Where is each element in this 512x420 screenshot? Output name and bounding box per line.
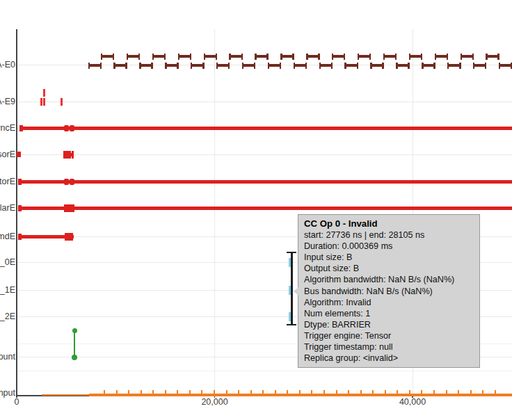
dma-ibeam-cap: [125, 63, 127, 69]
dma-ibeam-bar[interactable]: [461, 55, 472, 58]
event-burst-tick[interactable]: [72, 151, 74, 159]
input-event-marker[interactable]: [397, 390, 398, 394]
dma-ibeam-bar[interactable]: [269, 64, 280, 67]
dma-ibeam-bar[interactable]: [499, 64, 511, 67]
input-event-marker[interactable]: [189, 390, 191, 394]
sync-dumbbell-dot[interactable]: [72, 328, 77, 333]
event-tick[interactable]: [43, 89, 45, 97]
input-event-marker[interactable]: [201, 390, 202, 394]
event-tick[interactable]: [43, 98, 45, 106]
event-burst-tick[interactable]: [72, 204, 74, 212]
tooltip-line: Output size: B: [304, 263, 474, 274]
dma-ibeam-bar[interactable]: [230, 55, 241, 58]
input-event-marker[interactable]: [152, 390, 154, 394]
dma-ibeam-bar[interactable]: [371, 64, 383, 67]
input-event-marker[interactable]: [360, 390, 362, 394]
input-event-marker[interactable]: [287, 390, 288, 394]
dma-ibeam-cap: [101, 54, 102, 60]
dma-ibeam-bar[interactable]: [192, 64, 203, 67]
dma-ibeam-cap: [292, 54, 294, 60]
x-tick-label: 0: [0, 397, 45, 407]
event-tick[interactable]: [40, 98, 42, 106]
event-stub[interactable]: [17, 152, 21, 157]
dma-ibeam-bar[interactable]: [294, 64, 305, 67]
input-event-marker[interactable]: [226, 390, 227, 394]
dma-ibeam-bar[interactable]: [141, 64, 152, 67]
dma-ibeam-bar[interactable]: [449, 64, 460, 67]
dma-ibeam-bar[interactable]: [256, 55, 267, 58]
input-event-marker[interactable]: [385, 390, 386, 394]
input-event-marker[interactable]: [214, 390, 215, 394]
input-event-marker[interactable]: [409, 390, 410, 394]
sync-dumbbell-dot[interactable]: [72, 355, 77, 360]
row-label: yncE: [0, 122, 15, 134]
input-event-marker[interactable]: [177, 390, 178, 394]
input-event-marker[interactable]: [128, 390, 129, 394]
input-event-marker[interactable]: [348, 390, 349, 394]
input-event-marker[interactable]: [482, 390, 483, 394]
input-event-marker[interactable]: [299, 390, 301, 394]
input-event-marker[interactable]: [116, 390, 118, 394]
dma-ibeam-bar[interactable]: [218, 64, 229, 67]
dma-ibeam-bar[interactable]: [384, 55, 395, 58]
input-event-marker[interactable]: [470, 390, 472, 394]
dma-ibeam-cap: [204, 54, 205, 60]
input-event-marker[interactable]: [421, 390, 422, 394]
dma-ibeam-bar[interactable]: [397, 64, 408, 67]
event-line[interactable]: [18, 207, 512, 210]
input-event-marker[interactable]: [141, 390, 142, 394]
input-event-marker[interactable]: [250, 390, 252, 394]
dma-ibeam-bar[interactable]: [153, 55, 164, 58]
dma-ibeam-cap: [370, 63, 371, 69]
dma-ibeam-bar[interactable]: [166, 64, 177, 67]
input-event-marker[interactable]: [446, 390, 447, 394]
input-event-marker[interactable]: [458, 390, 459, 394]
event-blob[interactable]: [64, 125, 69, 131]
dma-ibeam-bar[interactable]: [346, 64, 357, 67]
dma-ibeam-bar[interactable]: [410, 55, 421, 58]
dma-ibeam-bar[interactable]: [307, 55, 319, 58]
input-event-marker[interactable]: [336, 390, 337, 394]
dma-ibeam-bar[interactable]: [474, 64, 485, 67]
h-gridline: [17, 371, 512, 371]
dma-ibeam-bar[interactable]: [127, 55, 138, 58]
dma-ibeam-cap: [473, 63, 474, 69]
event-blob[interactable]: [70, 125, 74, 131]
event-line[interactable]: [19, 127, 512, 130]
input-event-marker[interactable]: [323, 390, 325, 394]
dma-ibeam-cap: [395, 54, 397, 60]
dma-ibeam-bar[interactable]: [179, 55, 190, 58]
dma-ibeam-bar[interactable]: [243, 64, 254, 67]
dma-ibeam-bar[interactable]: [115, 64, 126, 67]
event-blob[interactable]: [64, 179, 69, 185]
dma-ibeam-bar[interactable]: [333, 55, 344, 58]
dma-ibeam-bar[interactable]: [487, 55, 498, 58]
event-line[interactable]: [18, 180, 512, 184]
dma-ibeam-bar[interactable]: [102, 55, 113, 58]
input-event-marker[interactable]: [104, 390, 105, 394]
input-event-marker[interactable]: [238, 390, 239, 394]
input-event-marker[interactable]: [495, 390, 496, 394]
input-event-marker[interactable]: [433, 390, 435, 394]
dma-ibeam-cap: [499, 63, 500, 69]
dma-ibeam-bar[interactable]: [435, 55, 447, 58]
dma-ibeam-bar[interactable]: [89, 64, 100, 67]
input-event-marker[interactable]: [262, 390, 264, 394]
dma-ibeam-bar[interactable]: [320, 64, 331, 67]
event-burst-tick[interactable]: [71, 233, 73, 241]
input-event-marker[interactable]: [275, 390, 276, 394]
event-tick[interactable]: [61, 98, 63, 106]
input-line-thin[interactable]: [42, 394, 89, 396]
dma-ibeam-bar[interactable]: [423, 64, 434, 67]
dma-ibeam-cap: [228, 63, 230, 69]
input-event-marker[interactable]: [165, 390, 166, 394]
tooltip-line: Trigger engine: Tensor: [304, 330, 474, 341]
dma-ibeam-bar[interactable]: [282, 55, 293, 58]
dma-ibeam-bar[interactable]: [358, 55, 369, 58]
event-blob[interactable]: [70, 179, 74, 185]
input-event-marker[interactable]: [311, 390, 312, 394]
dma-ibeam-cap: [331, 63, 333, 69]
dma-ibeam-bar[interactable]: [205, 55, 216, 58]
input-event-marker[interactable]: [372, 390, 374, 394]
input-line-thick[interactable]: [89, 394, 512, 396]
